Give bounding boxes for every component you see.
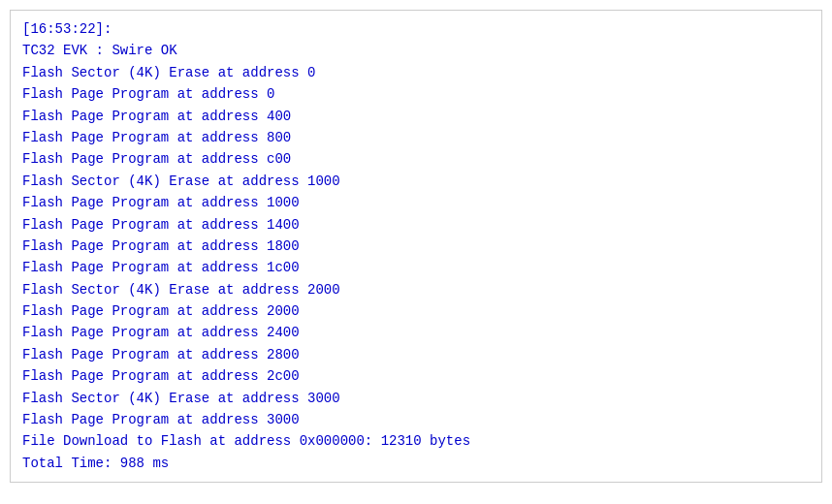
console-output: [16:53:22]:TC32 EVK : Swire OKFlash Sect…: [10, 10, 822, 483]
console-line: Flash Page Program at address 1c00: [22, 257, 810, 278]
console-line: Flash Page Program at address 2000: [22, 300, 810, 322]
console-line: Flash Page Program at address 2400: [22, 322, 810, 343]
console-line: Flash Page Program at address 1400: [22, 214, 810, 236]
console-line: Flash Page Program at address 800: [22, 127, 810, 148]
console-line: Flash Page Program at address 2800: [22, 344, 810, 365]
console-line: Total Time: 988 ms: [22, 453, 810, 474]
console-line: Flash Page Program at address 1000: [22, 192, 810, 213]
console-line: Flash Page Program at address c00: [22, 148, 810, 170]
console-line: Flash Page Program at address 1800: [22, 236, 810, 257]
console-line: Flash Page Program at address 2c00: [22, 365, 810, 387]
console-line: Flash Sector (4K) Erase at address 2000: [22, 279, 810, 300]
console-line: File Download to Flash at address 0x0000…: [22, 430, 810, 452]
console-line: Flash Sector (4K) Erase at address 1000: [22, 171, 810, 192]
console-line: Flash Page Program at address 400: [22, 106, 810, 127]
console-line: Flash Sector (4K) Erase at address 0: [22, 62, 810, 83]
console-line: Flash Page Program at address 0: [22, 83, 810, 105]
console-line: Flash Sector (4K) Erase at address 3000: [22, 388, 810, 409]
console-line: Flash Page Program at address 3000: [22, 409, 810, 430]
console-line: TC32 EVK : Swire OK: [22, 40, 810, 61]
console-line: [16:53:22]:: [22, 18, 810, 40]
